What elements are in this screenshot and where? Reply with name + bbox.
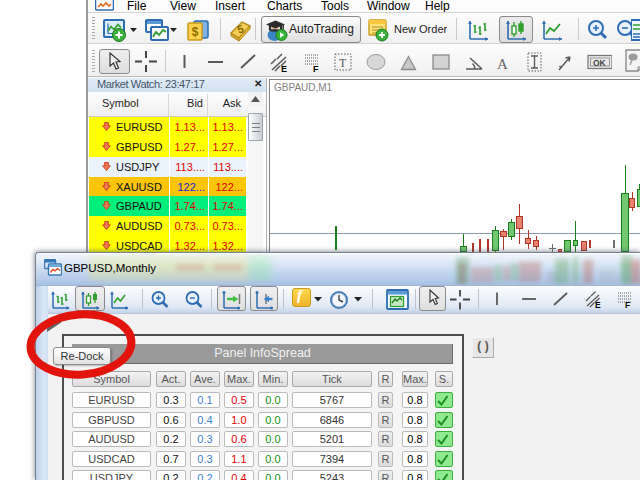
svg-text:E: E	[281, 64, 287, 74]
svg-text:$: $	[192, 25, 199, 39]
svg-text:OK: OK	[593, 58, 607, 68]
svg-text:F: F	[313, 64, 319, 74]
svg-text:F: F	[625, 300, 630, 309]
svg-text:E: E	[595, 300, 601, 309]
svg-text:T: T	[339, 56, 347, 70]
svg-text:A: A	[497, 56, 508, 72]
